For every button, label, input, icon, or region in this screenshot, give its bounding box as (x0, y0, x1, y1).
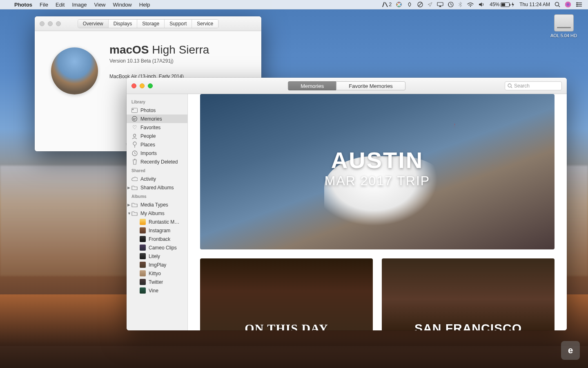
memory-card-title: ON THIS DAY (245, 321, 328, 330)
sidebar-item-imports[interactable]: Imports (127, 149, 187, 157)
disclosure-icon[interactable]: ▶ (127, 186, 130, 190)
tab-storage[interactable]: Storage (137, 20, 165, 28)
sidebar-album-cameo[interactable]: Cameo Clips (127, 243, 187, 252)
disclosure-icon[interactable]: ▼ (127, 211, 131, 215)
svg-point-4 (397, 4, 398, 5)
menu-edit[interactable]: Edit (52, 0, 68, 9)
photos-sidebar: Library Photos Memories ♡Favorites Peopl… (127, 94, 188, 330)
high-sierra-logo (51, 47, 98, 94)
folder-icon (131, 202, 138, 208)
sidebar-album-twitter[interactable]: Twitter (127, 278, 187, 286)
os-version: Version 10.13 Beta (17A291j) (109, 58, 209, 64)
sidebar-item-favorites[interactable]: ♡Favorites (127, 123, 187, 132)
zoom-button[interactable] (148, 83, 153, 88)
photos-titlebar[interactable]: Memories Favorite Memories Search (127, 78, 567, 94)
sidebar-album-runtastic[interactable]: Runtastic M… (127, 218, 187, 226)
sidebar-item-recently-deleted[interactable]: Recently Deleted (127, 157, 187, 166)
battery-percent: 45% (490, 2, 499, 7)
app-menu[interactable]: Photos (11, 0, 36, 9)
sidebar-item-shared-albums[interactable]: ▶Shared Albums (127, 183, 187, 192)
volume-icon[interactable] (479, 2, 485, 7)
svg-rect-23 (132, 109, 134, 110)
svg-point-9 (470, 6, 471, 7)
location-icon[interactable] (428, 2, 432, 7)
spotlight-icon[interactable] (555, 2, 560, 7)
album-thumb (140, 219, 146, 225)
about-tabs: Overview Displays Storage Support Servic… (78, 19, 218, 28)
memory-san-francisco[interactable]: SAN FRANCISCO (382, 258, 555, 330)
menu-image[interactable]: Image (68, 0, 90, 9)
svg-point-10 (555, 2, 559, 6)
memory-austin[interactable]: AUSTIN MAR 2017 TRIP (200, 94, 555, 249)
photos-content[interactable]: AUSTIN MAR 2017 TRIP ON THIS DAY SAN FRA… (188, 94, 567, 330)
album-thumb (140, 227, 146, 233)
sidebar-item-activity[interactable]: Activity (127, 175, 187, 183)
battery-status[interactable]: 45% (490, 2, 515, 7)
close-button[interactable] (40, 21, 45, 26)
clock[interactable]: Thu 11:24 AM (519, 2, 550, 7)
tab-favorite-memories[interactable]: Favorite Memories (336, 81, 405, 90)
sidebar-item-photos[interactable]: Photos (127, 106, 187, 114)
minimize-button[interactable] (48, 21, 53, 26)
svg-point-18 (577, 4, 578, 5)
desktop-drive[interactable]: AOL 5.04 HD (548, 14, 579, 38)
sidebar-header-albums: Albums (127, 192, 187, 200)
wifi-icon[interactable] (467, 2, 474, 7)
charging-icon (511, 2, 515, 7)
battery-icon (501, 2, 510, 7)
clock-icon (131, 150, 138, 156)
tab-displays[interactable]: Displays (109, 20, 137, 28)
bluetooth-icon[interactable] (458, 2, 462, 7)
tab-memories[interactable]: Memories (288, 81, 336, 90)
photos-view-tabs: Memories Favorite Memories (288, 81, 405, 90)
tab-support[interactable]: Support (165, 20, 192, 28)
sidebar-album-vine[interactable]: Vine (127, 286, 187, 295)
tab-service[interactable]: Service (192, 20, 218, 28)
menu-help[interactable]: Help (136, 0, 154, 9)
menu-window[interactable]: Window (109, 0, 136, 9)
sidebar-album-instagram[interactable]: Instagram (127, 226, 187, 235)
airplay-icon[interactable] (437, 2, 443, 7)
wifi-secondary-icon[interactable] (406, 2, 413, 7)
svg-point-25 (134, 134, 136, 137)
svg-rect-7 (437, 2, 443, 6)
svg-point-26 (133, 142, 136, 145)
sidebar-item-places[interactable]: Places (127, 140, 187, 149)
search-field[interactable]: Search (505, 81, 562, 90)
siri-icon[interactable] (565, 1, 571, 8)
memory-on-this-day[interactable]: ON THIS DAY (200, 258, 373, 330)
photos-window: Memories Favorite Memories Search Librar… (127, 78, 567, 330)
album-thumb (140, 270, 146, 276)
sidebar-album-frontback[interactable]: Frontback (127, 235, 187, 243)
time-machine-icon[interactable] (448, 2, 454, 7)
os-title: macOS High Sierra (109, 43, 209, 56)
close-button[interactable] (131, 83, 136, 88)
tab-overview[interactable]: Overview (78, 20, 109, 28)
about-titlebar[interactable]: Overview Displays Storage Support Servic… (35, 16, 261, 31)
search-icon (508, 83, 512, 88)
sidebar-item-people[interactable]: People (127, 132, 187, 140)
memories-icon (131, 116, 138, 122)
menu-view[interactable]: View (91, 0, 109, 9)
sidebar-album-imgplay[interactable]: ImgPlay (127, 260, 187, 269)
folder-icon (131, 184, 138, 191)
sidebar-album-litely[interactable]: Litely (127, 252, 187, 260)
menubar: Photos File Edit Image View Window Help … (0, 0, 588, 9)
do-not-disturb-icon[interactable] (417, 2, 423, 7)
zoom-button[interactable] (56, 21, 61, 26)
adobe-status-icon[interactable]: 2 (382, 2, 392, 7)
svg-point-1 (399, 2, 400, 4)
disclosure-icon[interactable]: ▶ (127, 203, 130, 207)
sidebar-item-memories[interactable]: Memories (127, 114, 187, 123)
sidebar-item-media-types[interactable]: ▶Media Types (127, 200, 187, 209)
svg-point-3 (399, 6, 400, 7)
minimize-button[interactable] (140, 83, 145, 88)
sidebar-item-my-albums[interactable]: ▼My Albums (127, 209, 187, 218)
watermark-badge: e (561, 341, 580, 360)
notification-center-icon[interactable] (576, 2, 582, 7)
album-thumb (140, 287, 146, 294)
color-picker-icon[interactable] (396, 2, 402, 7)
people-icon (131, 133, 138, 139)
menu-file[interactable]: File (36, 0, 52, 9)
sidebar-album-kittyo[interactable]: Kittyo (127, 269, 187, 278)
